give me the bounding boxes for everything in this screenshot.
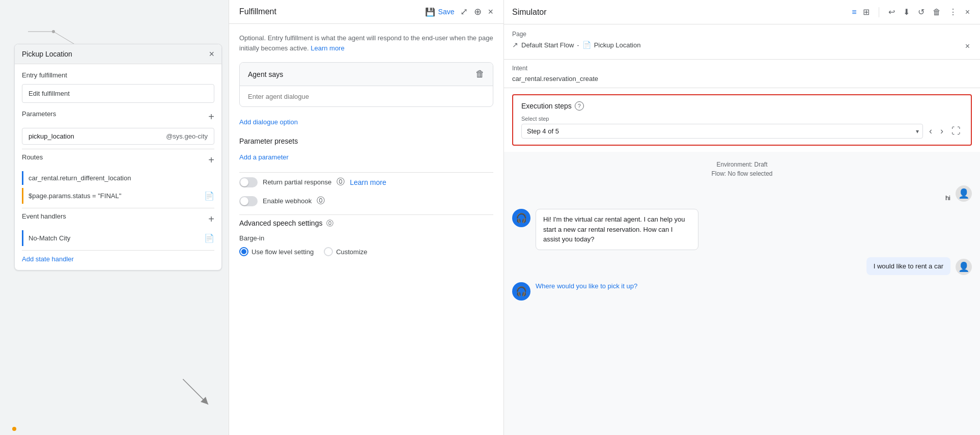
learn-more-link[interactable]: Learn more bbox=[311, 44, 344, 52]
agent-says-header: Agent says 🗑 bbox=[240, 63, 493, 86]
fulfillment-description: Optional. Entry fulfillment is what the … bbox=[239, 33, 493, 53]
entry-fulfillment-label: Entry fulfillment bbox=[22, 71, 214, 79]
divider-5 bbox=[239, 214, 493, 215]
agent-says-title: Agent says bbox=[248, 70, 283, 78]
agent-bubble-1: Hi! I'm the virtual car rental agent. I … bbox=[536, 209, 698, 250]
step-select[interactable]: Step 1 of 5 Step 2 of 5 Step 3 of 5 Step… bbox=[521, 124, 923, 139]
simulator-panel: Simulator ≡ ⊞ ↩ ⬇ ↺ 🗑 ⋮ × Page ↗ Default… bbox=[504, 0, 980, 435]
agent-msg-2: 🎧 Where would you like to pick it up? bbox=[512, 282, 972, 301]
delete-button[interactable]: 🗑 bbox=[931, 6, 943, 19]
step-prev-button[interactable]: ‹ bbox=[927, 124, 934, 139]
radio-customize-label: Customize bbox=[336, 248, 367, 256]
edit-fulfillment-button[interactable]: Edit fulfillment bbox=[22, 84, 214, 103]
return-partial-toggle[interactable] bbox=[239, 177, 258, 187]
node-close-button[interactable]: × bbox=[209, 49, 214, 59]
event-row-1[interactable]: No-Match City 📄 bbox=[22, 230, 214, 246]
step-select-wrapper: Step 1 of 5 Step 2 of 5 Step 3 of 5 Step… bbox=[521, 124, 923, 139]
add-parameter-btn[interactable]: Add a parameter bbox=[239, 151, 289, 163]
list-view-button[interactable]: ≡ bbox=[850, 6, 858, 19]
move-button[interactable]: ⊕ bbox=[474, 6, 482, 17]
page-icon: 📄 bbox=[582, 41, 591, 49]
radio-use-flow-level-label: Use flow level setting bbox=[251, 248, 314, 256]
save-label: Save bbox=[438, 8, 455, 16]
radio-customize[interactable]: Customize bbox=[324, 247, 367, 256]
user-avatar-2: 👤 bbox=[956, 259, 972, 275]
user-hi-text: hi bbox=[945, 194, 950, 202]
node-card-header: Pickup Location × bbox=[15, 44, 221, 64]
left-panel: Pickup Location × Entry fulfillment Edit… bbox=[0, 0, 229, 435]
redo-button[interactable]: ↺ bbox=[916, 5, 927, 19]
route-doc-icon: 📄 bbox=[204, 191, 214, 201]
intent-section: Intent car_rental.reservation_create bbox=[504, 60, 980, 88]
add-dialogue-option-button[interactable]: Add dialogue option bbox=[239, 116, 298, 128]
agent-says-body bbox=[240, 86, 493, 106]
step-selector-row: Step 1 of 5 Step 2 of 5 Step 3 of 5 Step… bbox=[521, 124, 963, 139]
param-name: pickup_location bbox=[29, 132, 74, 140]
grid-view-button[interactable]: ⊞ bbox=[861, 5, 872, 19]
enable-webhook-toggle[interactable] bbox=[239, 196, 258, 206]
agent-link-msg[interactable]: Where would you like to pick it up? bbox=[536, 282, 637, 290]
agent-avatar-2: 🎧 bbox=[512, 282, 530, 301]
route-text-1: car_rental.return_different_location bbox=[29, 174, 131, 182]
route-row-2[interactable]: $page.params.status = "FINAL" 📄 bbox=[22, 188, 214, 204]
simulator-header-actions: ≡ ⊞ ↩ ⬇ ↺ 🗑 ⋮ × bbox=[850, 5, 972, 19]
route-text-2: $page.params.status = "FINAL" bbox=[29, 192, 121, 200]
flow-text: Flow: No flow selected bbox=[512, 169, 972, 178]
radio-use-flow-level[interactable]: Use flow level setting bbox=[239, 247, 314, 256]
user-icon-1: 👤 bbox=[958, 188, 969, 199]
enable-webhook-label: Enable webhook bbox=[263, 197, 312, 205]
add-parameter-button[interactable]: + bbox=[208, 112, 214, 122]
breadcrumb-flow: Default Start Flow bbox=[521, 41, 574, 49]
param-presets-label: Parameter presets bbox=[239, 137, 493, 145]
env-text: Environment: Draft bbox=[512, 160, 972, 169]
save-button[interactable]: 💾 Save bbox=[425, 7, 455, 17]
event-text-1: No-Match City bbox=[29, 234, 70, 242]
environment-info: Environment: Draft Flow: No flow selecte… bbox=[512, 160, 972, 178]
parameters-label: Parameters bbox=[22, 110, 56, 118]
radio-customize-indicator bbox=[324, 247, 333, 256]
add-event-button[interactable]: + bbox=[208, 214, 214, 224]
select-step-label: Select step bbox=[521, 116, 963, 122]
add-state-handler-link[interactable]: Add state handler bbox=[22, 255, 74, 263]
enable-webhook-help-icon: ⓪ bbox=[317, 196, 325, 206]
intent-label: Intent bbox=[512, 65, 972, 72]
fulfillment-panel: Fulfillment 💾 Save ⤢ ⊕ × Optional. Entry… bbox=[229, 0, 504, 435]
view-toggle: ≡ ⊞ bbox=[850, 5, 871, 19]
agent-says-card: Agent says 🗑 bbox=[239, 62, 493, 107]
node-title: Pickup Location bbox=[22, 50, 72, 58]
route-row-1[interactable]: car_rental.return_different_location bbox=[22, 171, 214, 185]
add-route-button[interactable]: + bbox=[208, 155, 214, 165]
parameter-row: pickup_location @sys.geo-city bbox=[22, 128, 214, 145]
execution-header: Execution steps ? bbox=[521, 101, 963, 111]
user-msg-hi: hi 👤 bbox=[512, 185, 972, 202]
routes-header: Routes + bbox=[22, 153, 214, 166]
step-expand-button[interactable]: ⛶ bbox=[949, 124, 963, 139]
breadcrumb-separator: - bbox=[577, 41, 579, 49]
delete-agent-says-button[interactable]: 🗑 bbox=[475, 69, 485, 79]
close-simulator-button[interactable]: × bbox=[963, 6, 972, 19]
page-section-label: Page bbox=[512, 31, 972, 38]
execution-steps-title: Execution steps bbox=[521, 102, 572, 110]
download-button[interactable]: ⬇ bbox=[901, 5, 912, 19]
breadcrumb-page: Pickup Location bbox=[594, 41, 641, 49]
divider-3 bbox=[22, 250, 214, 251]
radio-use-flow-level-indicator bbox=[239, 247, 248, 256]
close-fulfillment-button[interactable]: × bbox=[488, 7, 493, 17]
canvas-arrow-decoration bbox=[183, 379, 213, 410]
agent-says-input[interactable] bbox=[248, 93, 485, 100]
more-button[interactable]: ⋮ bbox=[947, 5, 959, 19]
learn-more-link-2[interactable]: Learn more bbox=[350, 178, 386, 186]
agent-msg-1: 🎧 Hi! I'm the virtual car rental agent. … bbox=[512, 209, 972, 250]
fulfillment-header: Fulfillment 💾 Save ⤢ ⊕ × bbox=[229, 0, 503, 24]
advanced-speech-label: Advanced speech settings ⓪ bbox=[239, 219, 493, 228]
user-avatar-1: 👤 bbox=[956, 185, 972, 202]
user-icon-2: 👤 bbox=[958, 261, 969, 273]
undo-button[interactable]: ↩ bbox=[886, 5, 897, 19]
expand-button[interactable]: ⤢ bbox=[460, 6, 468, 17]
node-card: Pickup Location × Entry fulfillment Edit… bbox=[14, 44, 222, 270]
save-icon: 💾 bbox=[425, 7, 435, 17]
fulfillment-body: Optional. Entry fulfillment is what the … bbox=[229, 24, 503, 435]
page-section-close-button[interactable]: × bbox=[963, 40, 972, 53]
step-next-button[interactable]: › bbox=[938, 124, 945, 139]
user-bubble-2: I would like to rent a car bbox=[866, 257, 950, 275]
